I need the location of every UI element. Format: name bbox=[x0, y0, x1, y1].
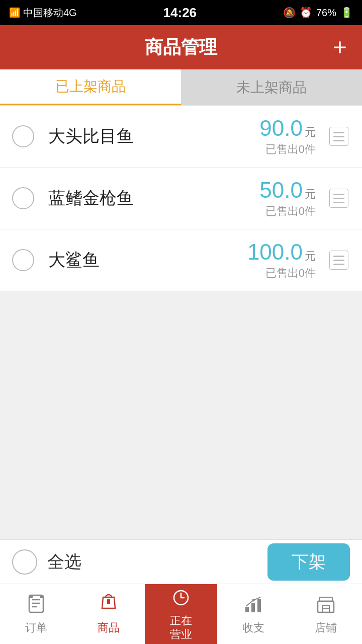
svg-rect-6 bbox=[107, 599, 110, 604]
list-item: 蓝鳍金枪鱼 50.0 元 已售出0件 bbox=[0, 168, 362, 229]
product-3-sold: 已售出0件 bbox=[265, 266, 316, 281]
product-2-name: 蓝鳍金枪鱼 bbox=[48, 187, 259, 210]
bottom-nav: 订单 商品 正在营业 bbox=[0, 584, 362, 644]
nav-label-products: 商品 bbox=[98, 620, 120, 635]
product-3-price-info: 100.0 元 已售出0件 bbox=[247, 239, 316, 281]
tab-listed[interactable]: 已上架商品 bbox=[0, 69, 181, 105]
product-2-price: 50.0 bbox=[259, 178, 303, 203]
tab-bar: 已上架商品 未上架商品 bbox=[0, 69, 362, 106]
product-3-unit: 元 bbox=[305, 249, 316, 264]
list-item: 大鲨鱼 100.0 元 已售出0件 bbox=[0, 229, 362, 291]
page-title: 商品管理 bbox=[145, 35, 217, 60]
svg-rect-9 bbox=[251, 603, 255, 612]
nav-item-products[interactable]: 商品 bbox=[72, 584, 145, 644]
product-1-price: 90.0 bbox=[259, 116, 303, 141]
product-3-checkbox[interactable] bbox=[12, 249, 34, 271]
battery-icon: 🔋 bbox=[340, 7, 353, 19]
alarm-icon: ⏰ bbox=[300, 7, 312, 19]
status-right: 🔕 ⏰ 76% 🔋 bbox=[283, 7, 353, 19]
product-1-price-row: 90.0 元 bbox=[259, 116, 316, 141]
battery-text: 76% bbox=[316, 7, 336, 19]
product-3-price-row: 100.0 元 bbox=[247, 239, 316, 265]
carrier-text: 中国移动4G bbox=[23, 6, 77, 20]
product-list: 大头比目鱼 90.0 元 已售出0件 蓝鳍金枪鱼 50.0 元 已售出0件 bbox=[0, 106, 362, 291]
nav-item-store[interactable]: 店铺 bbox=[290, 584, 362, 644]
product-3-price: 100.0 bbox=[247, 239, 303, 265]
nav-item-finance[interactable]: 收支 bbox=[217, 584, 290, 644]
menu-lines-icon bbox=[329, 189, 348, 208]
product-1-sold: 已售出0件 bbox=[265, 142, 316, 157]
product-2-checkbox[interactable] bbox=[12, 187, 34, 209]
nav-item-orders[interactable]: 订单 bbox=[0, 584, 72, 644]
orders-icon bbox=[26, 593, 47, 617]
mute-icon: 🔕 bbox=[283, 7, 296, 19]
select-all-label: 全选 bbox=[47, 550, 267, 574]
svg-point-11 bbox=[252, 599, 255, 601]
nav-label-orders: 订单 bbox=[25, 620, 47, 635]
select-all-bar: 全选 下架 bbox=[0, 539, 362, 584]
product-3-name: 大鲨鱼 bbox=[48, 249, 247, 272]
nav-label-business: 正在营业 bbox=[170, 614, 192, 641]
empty-content-area bbox=[0, 291, 362, 539]
svg-rect-5 bbox=[40, 595, 43, 598]
svg-rect-12 bbox=[318, 601, 334, 612]
product-3-menu-button[interactable] bbox=[328, 249, 350, 271]
product-1-price-info: 90.0 元 已售出0件 bbox=[259, 116, 316, 157]
product-1-name: 大头比目鱼 bbox=[48, 125, 259, 148]
menu-lines-icon bbox=[329, 127, 348, 146]
nav-label-finance: 收支 bbox=[242, 620, 264, 635]
list-item: 大头比目鱼 90.0 元 已售出0件 bbox=[0, 106, 362, 168]
nav-item-business[interactable]: 正在营业 bbox=[145, 584, 217, 644]
finance-icon bbox=[243, 593, 264, 617]
svg-rect-10 bbox=[257, 599, 261, 612]
product-2-price-row: 50.0 元 bbox=[259, 178, 316, 203]
svg-rect-8 bbox=[245, 607, 249, 612]
status-left: 📶 中国移动4G bbox=[9, 6, 77, 20]
select-all-checkbox[interactable] bbox=[12, 549, 37, 575]
delist-button[interactable]: 下架 bbox=[267, 543, 350, 581]
nav-label-store: 店铺 bbox=[315, 620, 337, 635]
product-2-menu-button[interactable] bbox=[328, 187, 350, 209]
product-2-sold: 已售出0件 bbox=[265, 204, 316, 219]
status-bar: 📶 中国移动4G 14:26 🔕 ⏰ 76% 🔋 bbox=[0, 0, 362, 25]
menu-lines-icon bbox=[329, 251, 348, 270]
svg-rect-4 bbox=[30, 595, 33, 598]
add-product-button[interactable]: + bbox=[333, 35, 347, 59]
store-icon bbox=[315, 593, 336, 617]
product-1-unit: 元 bbox=[305, 125, 316, 140]
product-1-checkbox[interactable] bbox=[12, 125, 34, 147]
product-2-unit: 元 bbox=[305, 187, 316, 202]
product-2-price-info: 50.0 元 已售出0件 bbox=[259, 178, 316, 219]
tab-unlisted[interactable]: 未上架商品 bbox=[181, 69, 362, 105]
status-time: 14:26 bbox=[163, 5, 197, 21]
products-icon bbox=[98, 593, 119, 617]
signal-icon: 📶 bbox=[9, 7, 20, 18]
product-1-menu-button[interactable] bbox=[328, 125, 350, 147]
header: 商品管理 + bbox=[0, 25, 362, 69]
business-icon bbox=[170, 587, 192, 611]
